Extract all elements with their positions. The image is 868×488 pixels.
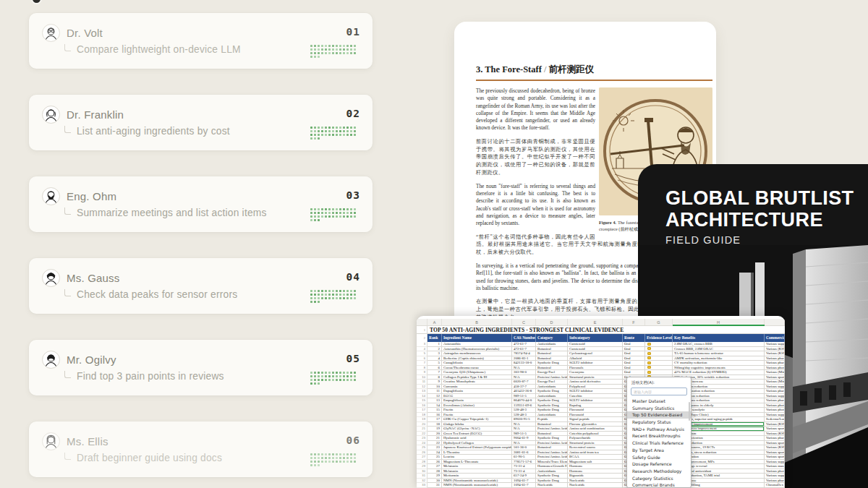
- evidence-level-icon: [647, 352, 651, 355]
- agent-name: Eng. Ohm: [67, 190, 116, 202]
- task-number: 05: [346, 353, 360, 364]
- spreadsheet-window[interactable]: ABCDEFGH 1 TOP 50 ANTI-AGING INGREDIENTS…: [417, 316, 785, 488]
- column-header[interactable]: Category: [536, 334, 568, 342]
- row-number: 33: [417, 483, 427, 488]
- task-description: Compare lightweight on-device LLM: [77, 44, 241, 55]
- column-letter[interactable]: B: [442, 319, 512, 325]
- sheet-header-row[interactable]: 2RankIngredient NameCAS NumberCategorySu…: [417, 334, 785, 342]
- cell-rank: 31: [427, 483, 442, 488]
- cell-category: Nucleotide: [536, 483, 568, 488]
- avatar: [42, 432, 60, 450]
- column-letter[interactable]: D: [536, 319, 568, 325]
- screenshot-stage: Dr. Volt01Compare lightweight on-device …: [0, 0, 868, 488]
- title-rule: [476, 80, 712, 81]
- column-letter[interactable]: E: [568, 319, 623, 325]
- dropdown-item[interactable]: Master Dataset: [627, 398, 691, 405]
- task-number: 06: [346, 435, 360, 446]
- dropdown-scrollbar[interactable]: [689, 402, 691, 421]
- task-description: Summarize meetings and list action items: [77, 207, 267, 218]
- document-title: 3. The Fore-Staff / 前杆测距仪: [476, 64, 712, 76]
- task-description: List anti-aging ingredients by cost: [77, 126, 230, 137]
- agent-name: Dr. Volt: [67, 27, 103, 39]
- subtask-elbow-icon: [64, 126, 71, 133]
- column-letter[interactable]: A: [427, 319, 442, 325]
- column-header[interactable]: Ingredient Name: [442, 334, 512, 342]
- dropdown-item[interactable]: Dosage Reference: [627, 461, 691, 468]
- avatar: [42, 24, 60, 42]
- column-letter[interactable]: G: [645, 319, 673, 325]
- cell-commercial: ChromaDex (: [765, 483, 785, 488]
- task-description: Find top 3 pain points in reviews: [77, 371, 224, 382]
- progress-dots: [310, 372, 360, 384]
- avatar: [42, 351, 60, 369]
- dropdown-item[interactable]: Recent Breakthroughs: [627, 432, 691, 440]
- dropdown-item[interactable]: Safety Guide: [627, 454, 691, 461]
- column-header[interactable]: CAS Number: [512, 334, 536, 342]
- dropdown-item[interactable]: Clinical Trials Reference: [627, 440, 691, 447]
- dropdown-item[interactable]: By Target Area: [627, 447, 691, 454]
- task-card[interactable]: Dr. Volt01Compare lightweight on-device …: [29, 13, 373, 69]
- agent-name: Mr. Ogilvy: [67, 354, 116, 366]
- agent-name: Ms. Ellis: [67, 435, 109, 448]
- progress-dots: [310, 453, 360, 466]
- guide-subtitle: FIELD GUIDE: [665, 234, 741, 246]
- table-row[interactable]: 3331NMN (Nicotinamide mononucleotide)109…: [417, 483, 785, 488]
- dropdown-item[interactable]: Category Statistics: [627, 475, 691, 482]
- clipped-avatar: [31, 0, 42, 4]
- evidence-level-icon: [647, 366, 651, 369]
- subtask-elbow-icon: [64, 44, 71, 51]
- task-number: 02: [346, 108, 360, 119]
- column-header[interactable]: Commercial Br: [765, 334, 785, 342]
- task-number: 03: [346, 189, 360, 201]
- dropdown-item[interactable]: Top 50 Evidence-Based: [627, 411, 691, 419]
- progress-dots: [310, 290, 360, 302]
- dropdown-item[interactable]: Commercial Brands: [627, 481, 691, 488]
- column-letter[interactable]: F: [623, 319, 645, 325]
- task-card[interactable]: Dr. Franklin02List anti-aging ingredient…: [29, 95, 373, 150]
- sheet-selector-dropdown[interactable]: 活动文档(A): Master DatasetSummary Statistic…: [626, 377, 692, 488]
- progress-dots: [310, 45, 360, 57]
- evidence-level-icon: [647, 371, 651, 374]
- dropdown-search-input[interactable]: [631, 388, 687, 395]
- progress-dots: [310, 208, 360, 221]
- column-header[interactable]: Subcategory: [568, 334, 623, 342]
- column-letter[interactable]: [765, 319, 785, 325]
- column-header[interactable]: Rank: [427, 334, 442, 342]
- task-card[interactable]: Mr. Ogilvy05Find top 3 pain points in re…: [29, 340, 373, 395]
- subtask-elbow-icon: [64, 207, 71, 215]
- task-description: Draft beginner guide using docs: [77, 453, 222, 463]
- sheet-data-rows: 31Astaxanthin472-61-7AntioxidantsCaroten…: [417, 342, 785, 488]
- task-card[interactable]: Eng. Ohm03Summarize meetings and list ac…: [29, 176, 373, 232]
- task-card-list: Dr. Volt01Compare lightweight on-device …: [29, 13, 373, 488]
- task-card[interactable]: Ms. Ellis06Draft beginner guide using do…: [29, 421, 373, 477]
- column-header[interactable]: Key Benefits: [673, 334, 765, 342]
- dropdown-item[interactable]: Regulatory Status: [627, 419, 691, 426]
- row-number: 2: [417, 334, 427, 342]
- agent-name: Ms. Gauss: [67, 272, 119, 284]
- column-header[interactable]: Route: [623, 334, 645, 342]
- evidence-level-icon: [647, 347, 651, 350]
- column-letter[interactable]: C: [512, 319, 536, 325]
- progress-dots: [310, 127, 360, 139]
- task-number: 01: [346, 26, 360, 38]
- agent-name: Dr. Franklin: [67, 108, 124, 121]
- subtask-elbow-icon: [64, 289, 71, 296]
- dropdown-item[interactable]: NAD+ Pathway Analysis: [627, 426, 691, 433]
- task-description: Check data peaks for sensor errors: [77, 289, 237, 300]
- row-number: 1: [417, 326, 427, 333]
- column-header[interactable]: Evidence Level: [645, 334, 673, 342]
- task-card[interactable]: Ms. Gauss04Check data peaks for sensor e…: [29, 258, 373, 314]
- cell-cas: 1094-61-7: [512, 483, 536, 488]
- corner-cell: [417, 319, 427, 325]
- dropdown-item[interactable]: Research Methodology: [627, 468, 691, 475]
- guide-title: GLOBAL BRUTLISTARCHITECTURE: [665, 187, 854, 231]
- evidence-level-icon: [647, 343, 651, 346]
- avatar: [42, 269, 60, 287]
- sheet-title: TOP 50 ANTI-AGING INGREDIENTS - STRONGES…: [427, 327, 624, 333]
- avatar: [42, 187, 60, 205]
- evidence-level-icon: [647, 356, 651, 359]
- avatar: [42, 106, 60, 124]
- dropdown-item[interactable]: Summary Statistics: [627, 405, 691, 412]
- subtask-elbow-icon: [64, 453, 71, 460]
- task-number: 04: [346, 271, 360, 283]
